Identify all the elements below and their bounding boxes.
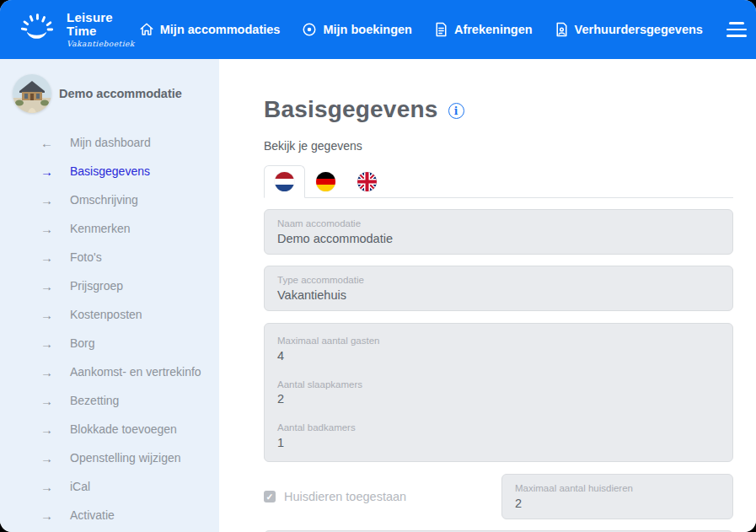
tab-language-english[interactable]: [346, 165, 388, 197]
sidebar-item-label: Kostenposten: [70, 308, 142, 321]
sidebar-item-label: Prijsgroep: [70, 279, 123, 293]
arrow-right-icon: [40, 193, 59, 207]
field-label: Aantal slaapkamers: [277, 378, 720, 392]
sidebar-item-prijsgroep[interactable]: Prijsgroep: [0, 271, 219, 300]
sidebar-item-ical[interactable]: iCal: [0, 472, 219, 501]
field-value: 2: [515, 496, 720, 513]
accommodation-header: Demo accommodatie: [0, 74, 219, 113]
nav-item-verhuurdersgegevens[interactable]: Verhuurdersgegevens: [555, 22, 703, 37]
nav-label: Mijn accommodaties: [160, 23, 281, 36]
sidebar-item-label: Blokkade toevoegen: [70, 422, 177, 436]
sidebar-item-label: Kenmerken: [70, 222, 131, 235]
arrow-right-icon: [40, 394, 59, 408]
home-icon: [139, 22, 154, 37]
sidebar-item-bezetting[interactable]: Bezetting: [0, 386, 219, 415]
sidebar: Demo accommodatie Mijn dashboard Basisge…: [0, 59, 219, 532]
brand-subtitle: Vakantieboetiek: [67, 40, 139, 49]
sidebar-item-label: Bezetting: [70, 394, 119, 407]
field-value: 2: [277, 391, 720, 408]
sidebar-item-label: Foto's: [70, 250, 102, 264]
sidebar-item-label: Mijn dashboard: [70, 136, 151, 149]
leisure-time-logo-icon: [17, 10, 56, 49]
hamburger-menu-icon[interactable]: [727, 22, 747, 37]
sidebar-item-mijn-dashboard[interactable]: Mijn dashboard: [0, 128, 219, 157]
page-subtitle: Bekijk je gegevens: [264, 139, 733, 153]
sidebar-item-omschrijving[interactable]: Omschrijving: [0, 185, 219, 214]
arrow-right-icon: [40, 250, 59, 265]
arrow-right-icon: [40, 164, 59, 179]
navbar-menu: Mijn accommodaties Mijn boekingen Afreke…: [139, 22, 703, 37]
field-max-gasten: Maximaal aantal gasten 4: [277, 334, 720, 364]
nav-label: Verhuurdersgegevens: [575, 23, 703, 36]
top-navbar: Leisure Time Vakantieboetiek Mijn accomm…: [0, 0, 756, 59]
arrow-right-icon: [40, 422, 59, 437]
document-icon: [434, 22, 448, 37]
nav-label: Afrekeningen: [454, 23, 533, 36]
person-document-icon: [555, 22, 569, 37]
arrow-right-icon: [40, 451, 59, 465]
accommodation-avatar: [13, 74, 51, 113]
field-value: Demo accommodatie: [277, 231, 720, 248]
arrow-right-icon: [40, 308, 59, 322]
sidebar-item-label: Borg: [70, 336, 95, 350]
brand-logo-link[interactable]: Leisure Time Vakantieboetiek: [17, 10, 139, 49]
sidebar-menu: Mijn dashboard Basisgegevens Omschrijvin…: [0, 128, 219, 529]
sidebar-item-fotos[interactable]: Foto's: [0, 243, 219, 271]
nav-item-mijn-accommodaties[interactable]: Mijn accommodaties: [139, 22, 281, 37]
huisdieren-checkbox-wrap[interactable]: Huisdieren toegestaan: [264, 490, 406, 503]
tab-language-dutch[interactable]: [264, 165, 305, 198]
sidebar-item-aankomst-vertrekinfo[interactable]: Aankomst- en vertrekinfo: [0, 357, 219, 386]
dutch-flag-icon: [275, 172, 294, 191]
uk-flag-icon: [357, 172, 377, 191]
nav-label: Mijn boekingen: [323, 23, 412, 36]
page-title: Basisgegevens: [264, 96, 438, 123]
arrow-right-icon: [40, 365, 59, 379]
huisdieren-checkbox-label: Huisdieren toegestaan: [284, 490, 406, 503]
field-type-accommodatie[interactable]: Type accommodatie Vakantiehuis: [264, 266, 733, 311]
field-label: Type accommodatie: [277, 273, 720, 287]
field-max-huisdieren[interactable]: Maximaal aantal huisdieren 2: [501, 474, 733, 519]
language-tab-bar: [264, 165, 733, 198]
tab-language-german[interactable]: [305, 165, 346, 197]
sidebar-item-label: Aankomst- en vertrekinfo: [70, 365, 201, 379]
arrow-right-icon: [40, 279, 59, 293]
sidebar-item-openstelling-wijzigen[interactable]: Openstelling wijzigen: [0, 443, 219, 472]
field-label: Aantal badkamers: [277, 421, 720, 435]
target-icon: [302, 22, 317, 37]
arrow-right-icon: [40, 508, 59, 523]
sidebar-item-label: Activatie: [70, 508, 115, 522]
field-label: Naam accomodatie: [277, 217, 720, 231]
sidebar-item-activatie[interactable]: Activatie: [0, 501, 219, 529]
german-flag-icon: [316, 172, 335, 191]
field-label: Maximaal aantal gasten: [277, 334, 720, 348]
sidebar-item-label: Basisgegevens: [70, 164, 150, 178]
main-content: Basisgegevens Bekijk je gegevens: [219, 59, 756, 532]
field-label: Maximaal aantal huisdieren: [515, 481, 720, 496]
info-icon[interactable]: [448, 103, 464, 119]
arrow-left-icon: [40, 136, 59, 150]
field-badkamers: Aantal badkamers 1: [277, 421, 720, 451]
pets-row: Huisdieren toegestaan Maximaal aantal hu…: [264, 474, 733, 519]
field-value: 4: [277, 348, 720, 365]
sidebar-item-basisgegevens[interactable]: Basisgegevens: [0, 157, 219, 185]
nav-item-afrekeningen[interactable]: Afrekeningen: [434, 22, 533, 37]
sidebar-item-kenmerken[interactable]: Kenmerken: [0, 214, 219, 243]
huisdieren-checkbox[interactable]: [264, 491, 276, 502]
field-naam-accommodatie[interactable]: Naam accomodatie Demo accommodatie: [264, 209, 733, 255]
arrow-right-icon: [40, 480, 59, 494]
field-value: 1: [277, 435, 720, 452]
accommodation-name: Demo accommodatie: [59, 87, 182, 100]
field-slaapkamers: Aantal slaapkamers 2: [277, 378, 720, 408]
sidebar-item-borg[interactable]: Borg: [0, 329, 219, 357]
app-window: Leisure Time Vakantieboetiek Mijn accomm…: [0, 0, 756, 532]
field-value: Vakantiehuis: [277, 287, 720, 304]
brand-title: Leisure Time: [67, 11, 139, 39]
sidebar-item-label: Openstelling wijzigen: [70, 451, 181, 465]
sidebar-item-kostenposten[interactable]: Kostenposten: [0, 300, 219, 329]
field-group-capacity[interactable]: Maximaal aantal gasten 4 Aantal slaapkam…: [264, 323, 733, 462]
arrow-right-icon: [40, 336, 59, 351]
sidebar-item-label: Omschrijving: [70, 193, 138, 207]
sidebar-item-blokkade-toevoegen[interactable]: Blokkade toevoegen: [0, 415, 219, 443]
arrow-right-icon: [40, 222, 59, 236]
nav-item-mijn-boekingen[interactable]: Mijn boekingen: [302, 22, 412, 37]
